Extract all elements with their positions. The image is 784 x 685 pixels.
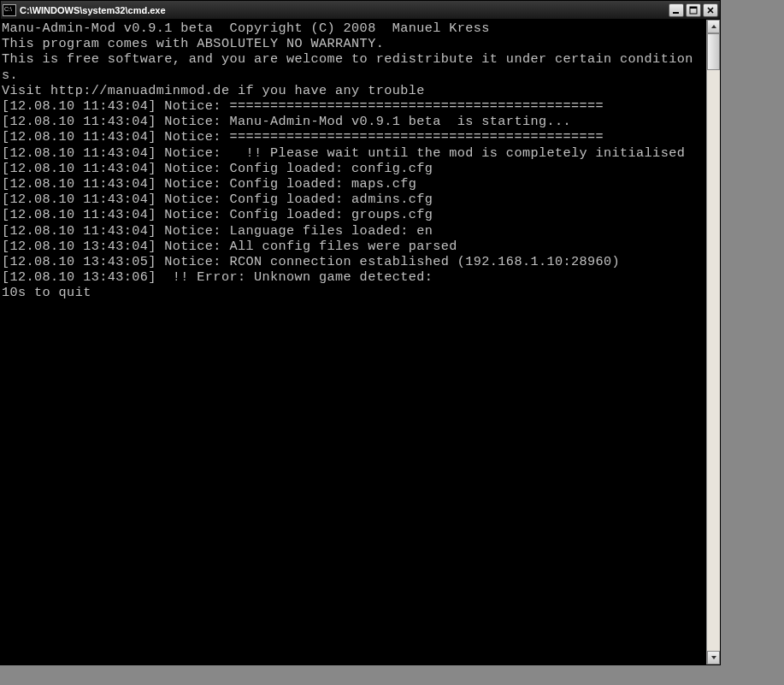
- console-line: [12.08.10 11:43:04] Notice: !! Please wa…: [2, 145, 706, 161]
- scroll-up-button[interactable]: [707, 20, 720, 33]
- console-line: 10s to quit: [2, 285, 706, 300]
- console-line: [12.08.10 11:43:04] Notice: Language fil…: [2, 223, 706, 239]
- console-line: [12.08.10 11:43:04] Notice: Config loade…: [2, 207, 706, 222]
- console-line: [12.08.10 11:43:04] Notice: ============…: [2, 98, 706, 114]
- console-line: [12.08.10 13:43:05] Notice: RCON connect…: [2, 254, 706, 269]
- console-line: Manu-Admin-Mod v0.9.1 beta Copyright (C)…: [2, 21, 706, 36]
- titlebar[interactable]: C:\WINDOWS\system32\cmd.exe: [1, 1, 720, 20]
- console-line: [12.08.10 11:43:04] Notice: Manu-Admin-M…: [2, 114, 706, 129]
- scroll-down-button[interactable]: [707, 651, 720, 664]
- minimize-button[interactable]: [669, 3, 684, 17]
- vertical-scrollbar[interactable]: [706, 20, 720, 664]
- console-line: [12.08.10 11:43:04] Notice: Config loade…: [2, 176, 706, 192]
- scroll-thumb[interactable]: [707, 33, 720, 70]
- cmd-icon: [3, 4, 16, 16]
- window-title: C:\WINDOWS\system32\cmd.exe: [20, 5, 166, 15]
- title-left: C:\WINDOWS\system32\cmd.exe: [3, 4, 166, 16]
- console-line: [12.08.10 11:43:04] Notice: Config loade…: [2, 192, 706, 207]
- scroll-track[interactable]: [707, 33, 720, 651]
- console-output[interactable]: Manu-Admin-Mod v0.9.1 beta Copyright (C)…: [1, 20, 706, 664]
- close-button[interactable]: [703, 3, 718, 17]
- console-area: Manu-Admin-Mod v0.9.1 beta Copyright (C)…: [1, 20, 720, 664]
- svg-rect-2: [690, 7, 697, 9]
- console-line: This is free software, and you are welco…: [2, 51, 706, 82]
- console-line: This program comes with ABSOLUTELY NO WA…: [2, 36, 706, 51]
- console-line: [12.08.10 13:43:06] !! Error: Unknown ga…: [2, 269, 706, 285]
- cmd-window: C:\WINDOWS\system32\cmd.exe Manu-Admin-M…: [0, 0, 721, 665]
- console-line: Visit http://manuadminmod.de if you have…: [2, 83, 706, 98]
- window-controls: [669, 3, 718, 17]
- console-line: [12.08.10 11:43:04] Notice: Config loade…: [2, 161, 706, 176]
- console-line: [12.08.10 11:43:04] Notice: ============…: [2, 129, 706, 145]
- console-line: [12.08.10 13:43:04] Notice: All config f…: [2, 239, 706, 254]
- svg-rect-0: [673, 12, 679, 14]
- maximize-button[interactable]: [686, 3, 701, 17]
